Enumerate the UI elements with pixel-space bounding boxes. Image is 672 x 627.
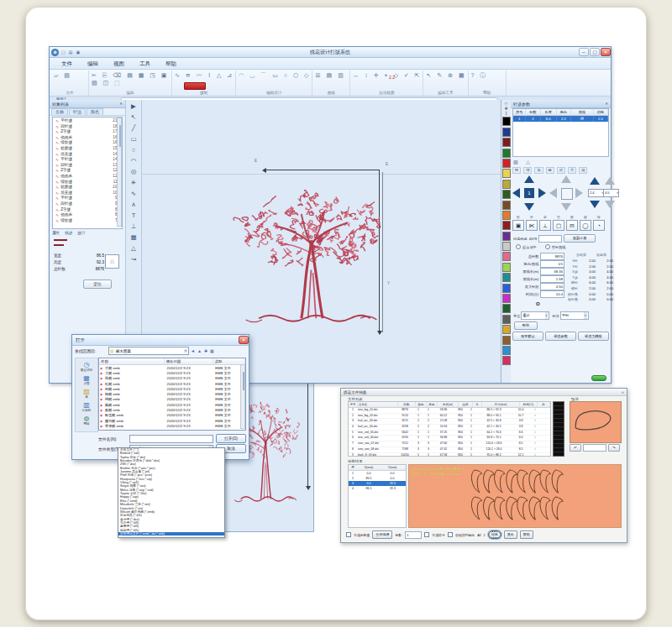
ribbon-group[interactable]: ◠ ◡ ⌒ ▭ ○ ⬡ ◇ 辅助设计 bbox=[236, 71, 312, 96]
batch-table-header[interactable]: 针数 bbox=[398, 402, 416, 407]
design-thumbnail[interactable]: ⌂ bbox=[105, 254, 119, 269]
place-icon[interactable]: ▨ bbox=[83, 388, 90, 395]
tool-button[interactable]: ✳ bbox=[128, 177, 139, 188]
highlighted-red-button[interactable] bbox=[184, 82, 206, 90]
transform-tab[interactable]: 镜 bbox=[546, 167, 554, 174]
palette-color-swatch[interactable] bbox=[502, 263, 511, 272]
batch-table-row[interactable]: 8 vine_row_08.dst 7188 3 3 47.41 850 1 1… bbox=[349, 447, 550, 453]
palette-color-swatch[interactable] bbox=[502, 138, 511, 147]
file-row[interactable]: ◆ 孤树.emb 2020/12/2 9:23 EMB 文件 bbox=[99, 376, 245, 381]
form-value-input[interactable]: 4.50 bbox=[540, 283, 564, 290]
palette-color-swatch[interactable] bbox=[502, 336, 511, 345]
function-button-icon[interactable]: ⟂ bbox=[539, 220, 551, 231]
panel-action-button[interactable]: 保存参数 bbox=[545, 332, 576, 341]
stitch-table-header[interactable]: 针数 bbox=[526, 109, 540, 115]
radio-option[interactable]: 空针剪线 bbox=[545, 244, 566, 249]
locate-button[interactable]: 定位 bbox=[83, 280, 112, 289]
cell-checkmark[interactable]: √ bbox=[529, 414, 541, 419]
rotate-right-button[interactable]: ↷ bbox=[608, 444, 620, 452]
transform-tab[interactable]: 旋 bbox=[534, 167, 543, 174]
palette-color-swatch[interactable] bbox=[502, 169, 511, 178]
transform-tab[interactable]: 移 bbox=[512, 167, 521, 174]
rotate-angle-input[interactable] bbox=[583, 444, 606, 452]
parameter-set-value[interactable]: 4.00 bbox=[596, 269, 613, 275]
ribbon-group-icons[interactable]: ↔ ↕ ✛ ⌖ ◇ ✓ ⇱ bbox=[353, 71, 420, 90]
menu-item[interactable]: 工具 bbox=[133, 59, 157, 69]
batch-table-header[interactable]: 头 bbox=[473, 402, 482, 407]
file-row[interactable]: ◆ 古树.emb 2020/12/2 9:23 EMB 文件 bbox=[99, 365, 245, 370]
file-row[interactable]: ◆ 大树.emb 2020/12/2 9:23 EMB 文件 bbox=[99, 370, 245, 375]
object-list-item[interactable]: ∿ 缎纹缝 160 bbox=[53, 140, 122, 146]
chevron-down-icon[interactable]: ▾ bbox=[184, 349, 187, 353]
parameter-set-value[interactable]: 2.00 bbox=[596, 259, 613, 264]
palette-color-swatch[interactable] bbox=[502, 201, 511, 210]
length-value[interactable]: 4.0 ▾ bbox=[603, 189, 619, 197]
tool-button[interactable]: ◎ bbox=[128, 166, 139, 177]
dialog-nav-icon[interactable]: ▲ bbox=[197, 348, 202, 353]
cell-checkmark[interactable]: √ bbox=[529, 453, 541, 457]
filetype-dropdown-list[interactable]: 所有文件 (*.*)Embird (*.edr)Tajima 田岛 (*.dst… bbox=[118, 447, 225, 538]
transform-tab[interactable]: 对 bbox=[557, 167, 565, 174]
parameter-set-value[interactable]: 6.00 bbox=[596, 280, 613, 286]
rotate-left-button[interactable]: ↶ bbox=[570, 444, 581, 452]
place-icon[interactable]: ▥ bbox=[82, 401, 92, 409]
scrollbar-thumb[interactable] bbox=[243, 372, 244, 390]
nudge-up-arrow[interactable] bbox=[524, 175, 534, 183]
function-button[interactable]: 空 ▢ bbox=[553, 216, 564, 231]
filename-input[interactable] bbox=[129, 435, 213, 443]
cell-checkmark[interactable]: √ bbox=[529, 442, 541, 447]
batch-table-header[interactable]: 速度 bbox=[459, 402, 473, 407]
file-row[interactable]: ◆ 松树.emb 2020/12/2 9:23 EMB 文件 bbox=[99, 381, 245, 386]
batch-table-header[interactable]: 颜色 bbox=[416, 402, 427, 407]
object-list-tab[interactable]: 名称 bbox=[51, 108, 68, 115]
place-item[interactable]: ▥ 计算机 bbox=[82, 401, 92, 412]
cell-checkmark[interactable]: √ bbox=[529, 436, 541, 441]
menu-item[interactable]: 帮助 bbox=[159, 59, 183, 69]
batch-table-row[interactable]: 4 leaf_arc_04.dst 3198 2 2 20.94 850 1 4… bbox=[349, 425, 550, 431]
form-value-input[interactable]: 10.4 bbox=[540, 290, 564, 298]
ribbon-group[interactable]: ▱ ▨ 文件 bbox=[51, 71, 89, 96]
palette-color-swatch[interactable] bbox=[502, 304, 511, 313]
tree-design[interactable] bbox=[229, 179, 393, 326]
parameter-set-value[interactable]: 0.00 bbox=[596, 297, 613, 303]
object-list-item[interactable]: ∿ 平针缝 98 bbox=[53, 196, 122, 201]
title-bar[interactable]: ❋ ▢▤▣ 绣花设计打版系统 ─ ▢ ✕ bbox=[50, 47, 611, 58]
batch-table-row[interactable]: 5 tree_sml_05.dst 5642 1 1 37.25 850 1 6… bbox=[349, 431, 550, 436]
look-in-dropdown[interactable]: ▨ 树木图案 ▾ bbox=[108, 347, 189, 355]
function-button[interactable]: 转 ◔ bbox=[593, 216, 605, 231]
panel-close-icon[interactable]: ✕ bbox=[605, 102, 608, 106]
offset-table[interactable]: 序X(mm)Y(mm) 1 0.0 0.0 2 86.5 0.0 bbox=[348, 464, 407, 528]
panel-header[interactable]: 针迹参数 ✕ bbox=[511, 100, 611, 108]
spin-down-arrow[interactable] bbox=[605, 201, 615, 208]
tool-button[interactable]: ○ bbox=[128, 144, 139, 155]
exit-button[interactable]: 退出 bbox=[504, 530, 517, 539]
object-list-tab[interactable]: 颜色 bbox=[87, 108, 103, 115]
select-all-button[interactable]: 全部选择 bbox=[372, 530, 392, 539]
function-button-icon[interactable]: ◔ bbox=[593, 220, 605, 231]
open-button[interactable]: 打开(O) bbox=[216, 434, 246, 443]
properties-tab[interactable]: 统计 bbox=[77, 231, 85, 235]
scale-left-arrow[interactable] bbox=[549, 188, 557, 198]
ribbon-group-icons[interactable]: ☰ ▤ ▥ bbox=[315, 71, 347, 90]
batch-table-header[interactable]: 序号 bbox=[349, 402, 358, 407]
filetype-option[interactable]: 所有绣花文件 (*.emb;*.dst;*.dsb) bbox=[118, 532, 224, 536]
stitch-table-cell[interactable]: 2.2 bbox=[557, 116, 571, 122]
edit-mode-icons[interactable]: ▨ △ bbox=[513, 159, 533, 165]
palette-tool-icon[interactable]: ↧ bbox=[504, 111, 507, 116]
spin-down-arrow[interactable] bbox=[590, 201, 600, 208]
tool-button[interactable]: ↝ bbox=[128, 253, 139, 264]
tool-button[interactable]: ╱ bbox=[128, 123, 139, 133]
maximize-button[interactable]: ▢ bbox=[590, 48, 600, 56]
parameter-set-value[interactable]: 4.00 bbox=[596, 275, 613, 281]
palette-color-swatch[interactable] bbox=[502, 117, 511, 126]
batch-table-header[interactable]: 检 bbox=[538, 402, 550, 407]
parameter-set-value[interactable]: 2.00 bbox=[596, 286, 613, 292]
panel-action-button[interactable]: 恢复默认 bbox=[512, 332, 543, 341]
file-row[interactable]: ◆ 银杏树.emb 2020/12/2 9:23 EMB 文件 bbox=[99, 413, 245, 418]
menu-item[interactable]: 编辑 bbox=[81, 59, 105, 69]
palette-color-swatch[interactable] bbox=[502, 294, 511, 303]
offset-table-header[interactable]: X(mm) bbox=[357, 465, 381, 470]
palette-color-swatch[interactable] bbox=[502, 284, 511, 293]
function-button[interactable]: 曲 m bbox=[566, 216, 578, 231]
object-list-item[interactable]: ∿ 他他米 81 bbox=[53, 212, 122, 218]
